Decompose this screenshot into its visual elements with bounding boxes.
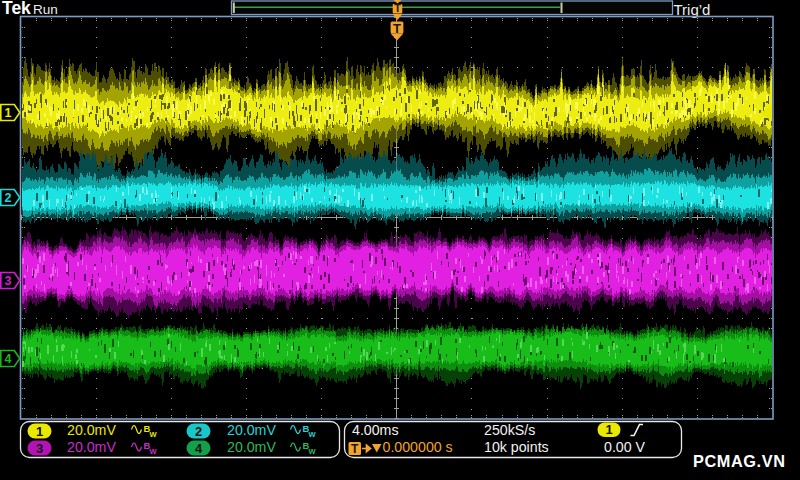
svg-text:W: W	[150, 430, 158, 439]
svg-text:W: W	[150, 447, 158, 456]
svg-text:0.00 V: 0.00 V	[604, 439, 646, 455]
svg-text:20.0mV: 20.0mV	[227, 422, 276, 438]
svg-text:4.00ms: 4.00ms	[352, 422, 399, 438]
svg-text:Run: Run	[33, 2, 58, 17]
svg-text:PCMAG.VN: PCMAG.VN	[693, 452, 786, 470]
svg-text:T: T	[394, 2, 401, 14]
svg-text:2: 2	[5, 191, 12, 205]
svg-text:T: T	[351, 442, 359, 456]
svg-text:4: 4	[195, 441, 203, 456]
svg-text:10k points: 10k points	[484, 439, 549, 455]
svg-text:3: 3	[5, 274, 12, 288]
svg-text:2: 2	[195, 424, 202, 439]
svg-text:20.0mV: 20.0mV	[67, 439, 116, 455]
svg-text:250kS/s: 250kS/s	[484, 422, 535, 438]
svg-text:1: 1	[36, 424, 43, 439]
svg-text:Tek: Tek	[2, 0, 31, 18]
svg-text:Trig’d: Trig’d	[674, 1, 711, 18]
svg-text:T: T	[393, 21, 401, 36]
svg-text:1: 1	[605, 422, 612, 437]
svg-text:1: 1	[5, 106, 12, 120]
svg-text:3: 3	[36, 441, 43, 456]
svg-text:4: 4	[5, 352, 12, 366]
svg-text:20.0mV: 20.0mV	[227, 439, 276, 455]
svg-text:20.0mV: 20.0mV	[67, 422, 116, 438]
svg-text:W: W	[309, 447, 317, 456]
svg-text:0.000000 s: 0.000000 s	[383, 439, 453, 455]
svg-text:W: W	[309, 430, 317, 439]
